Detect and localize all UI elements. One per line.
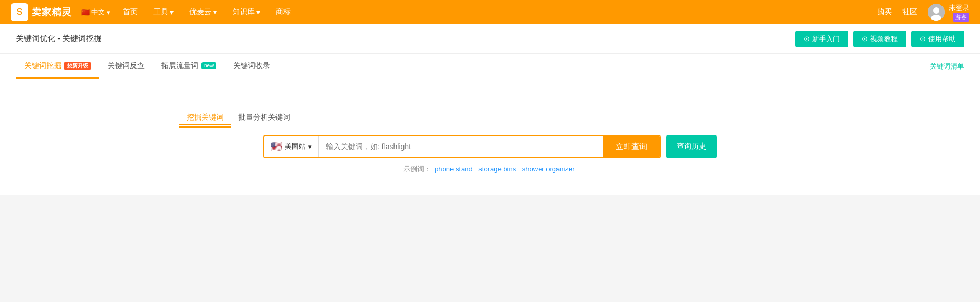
help-button[interactable]: ⊙ 使用帮助 [911,31,964,47]
nav-label: 工具 [153,7,168,17]
active-tab-indicator [179,126,231,128]
avatar[interactable] [928,4,945,21]
language-selector[interactable]: 🇨🇳 中文 ▾ [81,7,110,17]
nav-item-home[interactable]: 首页 [116,0,145,24]
help-label: 使用帮助 [928,34,956,44]
newbie-guide-button[interactable]: ⊙ 新手入门 [795,31,848,47]
avatar-icon [928,4,945,21]
bottom-area [0,195,980,237]
sub-tabs: 挖掘关键词 批量分析关键词 [179,111,297,128]
breadcrumb: 关键词优化 - 关键词挖掘 [16,34,102,44]
login-label[interactable]: 未登录 [949,3,969,13]
site-label: 美国站 [285,142,305,151]
svg-point-1 [933,7,939,14]
tab-keyword-inclusion[interactable]: 关键词收录 [225,54,278,79]
tab-label: 拓展流量词 [161,61,198,71]
keyword-list-link[interactable]: 关键词清单 [930,62,964,71]
breadcrumb-bar: 关键词优化 - 关键词挖掘 ⊙ 新手入门 ⊙ 视频教程 ⊙ 使用帮助 [0,24,980,54]
nav-right: 购买 社区 未登录 游客 [877,3,969,22]
site-selector[interactable]: 🇺🇸 美国站 ▾ [264,136,319,157]
sub-tab-batch[interactable]: 批量分析关键词 [231,111,297,128]
new-badge: new [201,62,216,69]
user-area: 未登录 游客 [928,3,969,22]
nav-label: 商标 [276,7,291,17]
search-section: 挖掘关键词 批量分析关键词 🇺🇸 美国站 ▾ 立即查询 查询历史 示例词： ph… [0,100,980,179]
tabs-left: 关键词挖掘 烧新升级 关键词反查 拓展流量词 new 关键词收录 [16,54,278,79]
nav-label: 知识库 [233,7,255,17]
chevron-down-icon: ▾ [213,8,217,16]
nav-item-tools[interactable]: 工具 ▾ [146,0,181,24]
circle-play-icon: ⊙ [862,35,868,43]
video-tutorial-button[interactable]: ⊙ 视频教程 [853,31,906,47]
nav-item-youmai[interactable]: 优麦云 ▾ [182,0,224,24]
tab-label: 关键词收录 [233,61,270,71]
tabs-bar: 关键词挖掘 烧新升级 关键词反查 拓展流量词 new 关键词收录 关键词清单 [0,54,980,79]
example-row: 示例词： phone stand storage bins shower org… [403,164,577,174]
example-shower-organizer[interactable]: shower organizer [522,165,575,173]
history-button[interactable]: 查询历史 [666,135,717,158]
user-info: 未登录 游客 [949,3,969,22]
newbie-guide-label: 新手入门 [812,34,840,44]
chevron-down-icon: ▾ [170,8,174,16]
top-navigation: S 卖家精灵 🇨🇳 中文 ▾ 首页 工具 ▾ 优麦云 ▾ 知识库 ▾ 商标 购买… [0,0,980,24]
search-button[interactable]: 立即查询 [603,136,660,157]
us-flag-icon: 🇺🇸 [271,141,282,152]
search-row: 🇺🇸 美国站 ▾ 立即查询 查询历史 [263,135,717,158]
nav-items: 首页 工具 ▾ 优麦云 ▾ 知识库 ▾ 商标 [116,0,877,24]
logo-text: 卖家精灵 [32,6,72,18]
search-input-wrap: 🇺🇸 美国站 ▾ 立即查询 [263,135,661,158]
example-phone-stand[interactable]: phone stand [435,165,473,173]
example-prefix: 示例词： [403,165,431,173]
buy-link[interactable]: 购买 [877,7,892,17]
nav-label: 优麦云 [189,7,212,17]
flag-icon: 🇨🇳 [81,8,90,16]
search-input[interactable] [319,136,603,157]
hot-badge: 烧新升级 [64,62,91,70]
circle-question-icon: ⊙ [920,35,926,43]
sub-tab-mine-wrap: 挖掘关键词 [179,111,231,128]
nav-item-trademark[interactable]: 商标 [268,0,298,24]
community-link[interactable]: 社区 [902,7,917,17]
lang-label: 中文 [91,7,105,17]
video-tutorial-label: 视频教程 [870,34,898,44]
chevron-down-icon: ▾ [107,8,110,16]
tab-keyword-reverse[interactable]: 关键词反查 [99,54,153,79]
tab-keyword-mining[interactable]: 关键词挖掘 烧新升级 [16,54,99,79]
chevron-down-icon: ▾ [308,143,312,151]
main-content: 挖掘关键词 批量分析关键词 🇺🇸 美国站 ▾ 立即查询 查询历史 示例词： ph… [0,79,980,195]
tab-label: 关键词反查 [108,61,145,71]
chevron-down-icon: ▾ [256,8,260,16]
circle-play-icon: ⊙ [804,35,810,43]
nav-label: 首页 [123,7,138,17]
sub-tab-mine[interactable]: 挖掘关键词 [179,111,231,125]
user-badge: 游客 [953,13,969,22]
logo[interactable]: S 卖家精灵 [11,3,72,21]
nav-item-knowledge[interactable]: 知识库 ▾ [225,0,267,24]
breadcrumb-actions: ⊙ 新手入门 ⊙ 视频教程 ⊙ 使用帮助 [795,31,964,47]
tab-label: 关键词挖掘 [24,61,61,71]
example-storage-bins[interactable]: storage bins [478,165,516,173]
tab-expand-traffic[interactable]: 拓展流量词 new [153,54,225,79]
logo-icon: S [11,3,28,21]
